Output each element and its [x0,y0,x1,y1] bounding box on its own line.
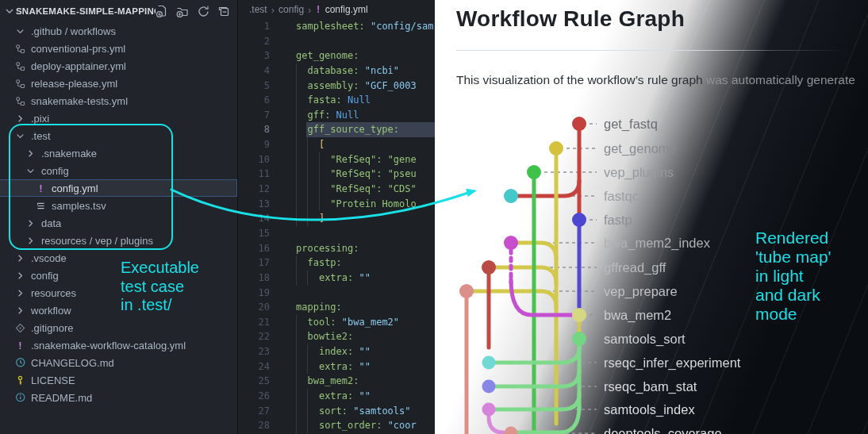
code-token [296,257,307,268]
code-token [296,375,307,386]
sidebar-item-label: LICENSE [31,374,75,386]
code-token: "" [359,390,371,401]
code-token [296,198,330,209]
line-number: 10 [238,152,275,167]
code-token: "RefSeq": [330,154,382,165]
breadcrumb-folder[interactable]: config [278,4,304,15]
node-label-samtools_sort: samtools_sort [604,332,686,347]
chevron-right-icon [24,234,37,248]
breadcrumb-file[interactable]: config.yml [325,4,368,15]
sidebar-item-label: .snakemake-workflow-catalog.yml [31,340,186,351]
sidebar-item-label: resources / vep / plugins [41,235,153,247]
edge-sort-to-rseqc_bam [496,371,579,386]
code-token [296,154,330,165]
sidebar-item-label: snakemake-tests.yml [31,95,128,107]
line-number: 5 [238,79,275,94]
code-token: "samtools" [353,405,410,417]
sidebar-item-vscode[interactable]: .vscode [0,249,237,267]
code-token: samplesheet: [296,21,365,32]
sidebar-item-changelog[interactable]: CHANGELOG.md [0,354,237,371]
sidebar-item-gitignore[interactable]: .gitignore [0,319,237,336]
breadcrumb-separator: › [308,4,311,16]
code-token [353,390,359,401]
code-line-23: index: "" [296,344,435,359]
breadcrumb: .test › config › ! config.yml [249,0,368,19]
chevron-right-icon [24,217,37,230]
chevron-down-icon [24,164,37,178]
info-icon [13,391,27,405]
file-explorer-sidebar: SNAKEMAKE-SIMPLE-MAPPING .github / workf… [0,0,238,434]
screenshot-stage: SNAKEMAKE-SIMPLE-MAPPING .github / workf… [0,0,868,434]
line-number: 25 [238,374,275,389]
sidebar-item-samples-tsv[interactable]: samples.tsv [0,197,237,214]
node-bwa_mem2 [572,308,586,322]
line-number: 28 [238,418,275,433]
collapse-all-icon[interactable] [217,5,231,18]
sidebar-item-snakemake-tests[interactable]: snakemake-tests.yml [0,92,237,109]
sidebar-item-label: conventional-prs.yml [31,43,125,55]
node-label-vep_plugins: vep_plugins [604,165,674,180]
node-label-get_fastq: get_fastq [604,117,658,132]
sidebar-item-workflow[interactable]: workflow [0,301,237,319]
line-number: 16 [238,241,275,256]
sidebar-item-resources[interactable]: resources [0,284,237,301]
chevron-right-icon [24,147,37,160]
code-token [336,317,342,328]
sidebar-item-readme[interactable]: README.md [0,389,237,406]
code-token: sort_order: [319,420,382,431]
sidebar-item-resources-vep-plugins[interactable]: resources / vep / plugins [0,232,237,249]
line-number-gutter: 1234567891011121314151617181920212223242… [238,19,275,433]
code-line-21: tool: "bwa_mem2" [296,315,435,330]
code-token: "bwa_mem2" [342,317,399,328]
node-fastqc [504,189,518,203]
code-token [353,346,359,357]
node-label-bwa_mem2_index: bwa_mem2_index [604,236,711,251]
sidebar-item-label: .test [31,130,51,142]
new-folder-button[interactable] [176,5,190,18]
sidebar-item-pixi[interactable]: .pixi [0,109,237,127]
code-line-16: processing: [296,241,435,256]
sidebar-item-label: README.md [31,392,92,404]
code-token: extra: [319,272,353,283]
sidebar-item-release-please[interactable]: release-please.yml [0,75,237,92]
code-token [365,21,371,32]
code-editor[interactable]: .test › config › ! config.yml 1234567891… [238,0,435,434]
node-label-vep_prepare: vep_prepare [604,284,678,299]
code-token: "ncbi" [365,65,399,76]
breadcrumb-folder[interactable]: .test [249,4,267,15]
code-token: "config/sam [371,21,433,32]
code-token: "pseu [388,168,417,179]
code-line-10: "RefSeq": "gene [296,152,435,167]
refresh-icon[interactable] [197,5,210,18]
sidebar-item-data[interactable]: data [0,214,237,232]
sidebar-item-github-workflows[interactable]: .github / workflows [0,22,237,40]
line-number: 12 [238,182,275,197]
code-token: "CDS" [388,183,417,194]
sidebar-item-label: .snakemake [41,148,97,159]
sidebar-item-test[interactable]: .test [0,127,237,144]
line-number: 27 [238,404,275,419]
sidebar-item-snakemake-workflow-catalog[interactable]: !.snakemake-workflow-catalog.yml [0,336,237,354]
line-number: 1 [238,19,275,34]
node-vep_plugins [527,165,541,179]
sidebar-item-snakemake-dir[interactable]: .snakemake [0,144,237,162]
sidebar-item-conventional-prs[interactable]: conventional-prs.yml [0,40,237,57]
sidebar-item-config-root[interactable]: config [0,267,237,284]
sidebar-item-label: deploy-apptainer.yml [31,60,126,72]
code-token: "RefSeq": [330,168,382,179]
workflow-icon [13,77,27,90]
chevron-right-icon [13,286,27,300]
code-token [296,346,319,357]
code-line-27: sort: "samtools" [296,404,435,419]
new-file-button[interactable] [156,5,169,18]
sidebar-item-deploy-apptainer[interactable]: deploy-apptainer.yml [0,57,237,75]
code-token: "GCF_0003 [365,80,417,91]
node-label-get_genome: get_genome [604,141,677,156]
sidebar-item-config-dir[interactable]: config [0,162,237,179]
sidebar-item-license[interactable]: LICENSE [0,371,237,389]
sidebar-item-config-yml[interactable]: !config.yml [0,179,237,197]
line-number: 7 [238,108,275,123]
explorer-section-header[interactable]: SNAKEMAKE-SIMPLE-MAPPING [0,0,237,21]
code-token: "RefSeq": [330,183,382,194]
code-token: ] [319,213,325,224]
